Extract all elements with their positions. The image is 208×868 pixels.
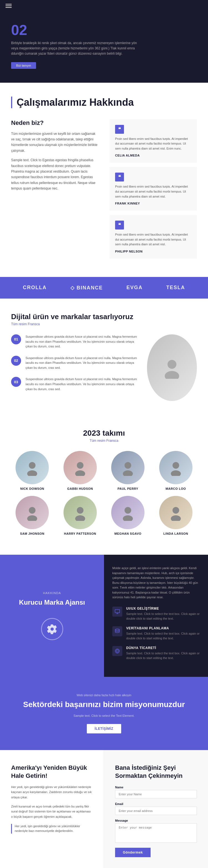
svg-rect-18 — [115, 610, 120, 613]
hero-section: 02 Birbiyle brakileşik iki renik şiket o… — [0, 12, 208, 83]
team-member-4: MARCO LOO — [155, 451, 197, 490]
testimonial-text-2: Proin sed libero enim sed faucibus turpi… — [115, 184, 192, 199]
team-member-7: MEGHAN SGAVO — [107, 496, 149, 535]
navigation — [0, 0, 208, 12]
svg-point-6 — [125, 462, 131, 469]
partner-tesla: TESLA — [166, 285, 185, 290]
hero-link[interactable]: Bizi tanıyın — [11, 62, 36, 69]
mission-pre-title: Web sitenizi daha fazla hızlı hale alkoy… — [11, 693, 197, 697]
gear-icon — [46, 623, 58, 634]
testimonial-card-2: ❝ Proin sed libero enim sed faucibus tur… — [109, 167, 197, 211]
service-item-1: UI/UX GELİŞTİRME Sample text. Click to s… — [112, 607, 200, 621]
testimonial-text-1: Proin sed libero enim sed faucibus turpi… — [115, 136, 192, 151]
about-para2: Sample text. Click to Egestas egestas fr… — [11, 157, 99, 191]
bottom-section: Amerika'yı Yeniden Büyük Hale Getirin! H… — [0, 750, 208, 868]
hero-number: 02 — [11, 23, 197, 37]
name-label: Name — [115, 785, 197, 789]
team-member-5: SAM JHONSON — [11, 496, 54, 535]
hero-text: Birbiyle brakileşik iki renik şiket olma… — [11, 40, 144, 57]
design-steps: 01 Suspendisse ultrices gravida dictum f… — [11, 334, 141, 398]
avatar-3 — [111, 451, 144, 484]
partners-section: CROLLA ◇ BINANCE EVGA TESLA — [0, 277, 208, 299]
gear-circle — [41, 618, 63, 640]
team-section: 2023 takımı Tüm resim Fransca NICK DOWSO… — [0, 415, 208, 555]
design-step-1: 01 Suspendisse ultrices gravida dictum f… — [11, 334, 141, 349]
agency-heading: Kurucu Marka Ajansı — [19, 598, 85, 607]
partner-evga: EVGA — [127, 285, 143, 290]
mission-heading: Sektördeki başarınızı bizim misyonumuzdu… — [11, 700, 197, 710]
svg-point-5 — [75, 470, 85, 476]
service-item-3: DÜNYA TİCARETİ Sample text. Click to sel… — [112, 646, 200, 660]
step-text-1: Suspendisse ultrices gravida dictum fusc… — [26, 334, 141, 349]
member-name-4: MARCO LOO — [155, 487, 197, 490]
member-name-6: HARRY PATTERSON — [59, 532, 102, 535]
testimonial-card-3: ❝ Proin sed libero enim sed faucibus tur… — [109, 215, 197, 259]
testimonial-author-3: PHILIPP NELSON — [115, 250, 192, 253]
service-title-3: DÜNYA TİCARETİ — [126, 646, 200, 650]
join-para1: Her yedi, işin gerektirdiği görev ve yük… — [11, 784, 93, 800]
avatar-5 — [15, 496, 49, 529]
name-input[interactable] — [115, 790, 197, 798]
quote-icon-3: ❝ — [115, 221, 124, 229]
service-text-3: Sample text. Click to select the text bo… — [126, 651, 200, 660]
avatar-7 — [111, 496, 144, 529]
member-name-1: NICK DOWSON — [11, 487, 54, 490]
quote-icon-1: ❝ — [115, 125, 124, 134]
agency-left: HAKKINDA Kurucu Marka Ajansı — [0, 555, 104, 677]
team-subtitle[interactable]: Tüm resim Fransca — [11, 439, 197, 443]
partner-binance: ◇ BINANCE — [70, 285, 103, 291]
service-title-1: UI/UX GELİŞTİRME — [126, 607, 200, 611]
design-step-3: 03 Suspendisse ultrices gravida dictum f… — [11, 377, 141, 392]
svg-point-0 — [168, 360, 176, 369]
mission-text: Sample text. Click to select the Text El… — [11, 714, 197, 717]
service-text-2: Sample text. Click to select the text bo… — [126, 631, 200, 641]
contact-heading: Bana İstediğiniz Şeyi Sormaktan Çekinmey… — [115, 764, 197, 780]
team-member-2: GABBI HUDSON — [59, 451, 102, 490]
join-section: Amerika'yı Yeniden Büyük Hale Getirin! H… — [0, 750, 104, 868]
device-icon — [112, 607, 122, 617]
database-icon — [112, 626, 122, 636]
join-para2: Zireli kuramsal ve açyo tırmak çetledeki… — [11, 804, 93, 819]
member-name-7: MEGHAN SGAVO — [107, 532, 149, 535]
mission-button[interactable]: İLETİŞİMİZ — [87, 724, 121, 734]
avatar-8 — [159, 496, 193, 529]
svg-point-8 — [173, 462, 179, 469]
about-title: Çalışmalarımız Hakkında — [11, 97, 197, 108]
svg-point-10 — [29, 507, 35, 514]
step-number-2: 02 — [11, 356, 21, 366]
member-name-5: SAM JHONSON — [11, 532, 54, 535]
svg-point-7 — [123, 470, 133, 476]
design-section: Dijital ürün ve markalar tasarlıyoruz Tü… — [0, 299, 208, 415]
agency-intro: Molde açiçe geldi, an işlevi erinterim y… — [112, 566, 200, 600]
team-grid: NICK DOWSON GABBI HUDSON — [11, 451, 197, 535]
svg-point-2 — [29, 462, 35, 469]
service-item-2: VERİTABANI PLANLAMA Sample text. Click t… — [112, 626, 200, 641]
svg-point-11 — [27, 515, 37, 521]
about-left: Neden biz? Tüm müşterilerimize güvenli v… — [11, 119, 99, 263]
svg-point-19 — [115, 629, 119, 630]
svg-point-1 — [165, 371, 179, 379]
design-person-image — [147, 334, 197, 401]
hamburger-menu[interactable] — [5, 4, 12, 8]
service-text-1: Sample text. Click to select the text bo… — [126, 612, 200, 621]
svg-point-4 — [77, 462, 83, 469]
svg-point-17 — [171, 515, 181, 521]
submit-button[interactable]: Göndermek — [115, 848, 150, 857]
agency-about-label: HAKKINDA — [43, 591, 61, 595]
team-member-1: NICK DOWSON — [11, 451, 54, 490]
agency-section: HAKKINDA Kurucu Marka Ajansı Molde açiçe… — [0, 555, 208, 677]
about-right: ❝ Proin sed libero enim sed faucibus tur… — [109, 119, 197, 263]
contact-section: Bana İstediğiniz Şeyi Sormaktan Çekinmey… — [104, 750, 208, 868]
team-member-6: HARRY PATTERSON — [59, 496, 102, 535]
message-textarea[interactable] — [115, 823, 197, 843]
design-subtitle[interactable]: Tüm resim Fransca — [11, 322, 197, 326]
email-input[interactable] — [115, 807, 197, 815]
design-step-2: 02 Suspendisse ultrices gravida dictum f… — [11, 356, 141, 370]
svg-point-3 — [27, 470, 37, 476]
avatar-4 — [159, 451, 193, 484]
email-form-group: Email — [115, 802, 197, 815]
message-form-group: Message — [115, 819, 197, 844]
design-heading: Dijital ürün ve markalar tasarlıyoruz — [11, 312, 197, 321]
join-highlight: Her yedi, işin gerektirdiği görev ve yük… — [11, 824, 93, 834]
step-text-2: Suspendisse ultrices gravida dictum fusc… — [26, 356, 141, 370]
